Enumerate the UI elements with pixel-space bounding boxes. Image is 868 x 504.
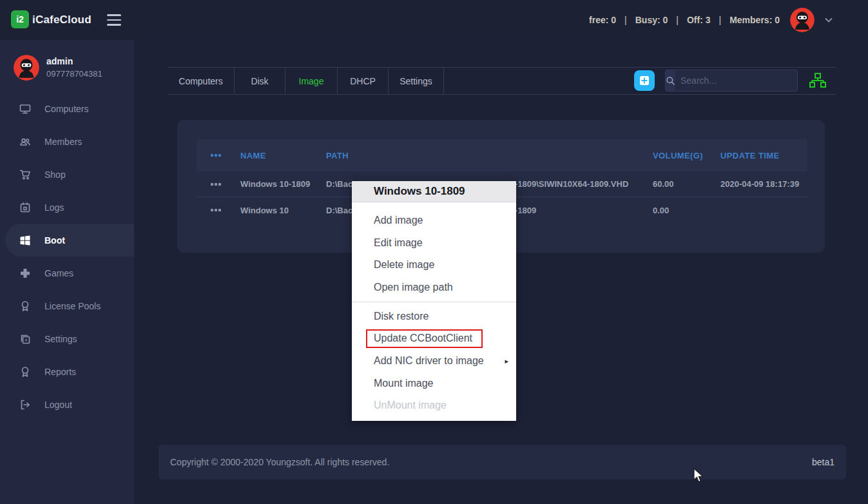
sidebar-item-reports[interactable]: Reports <box>0 355 134 388</box>
tab-settings[interactable]: Settings <box>389 68 444 94</box>
sidebar-item-settings[interactable]: Settings <box>0 322 134 355</box>
sidebar-item-label: Settings <box>44 334 77 344</box>
image-update-time: 2020-04-09 18:17:39 <box>720 171 799 197</box>
column-header-volume: VOLUME(G) <box>653 139 703 171</box>
brand-logo-icon: i2 <box>11 10 29 28</box>
sidebar-item-license-pools[interactable]: License Pools <box>0 289 134 322</box>
chevron-down-icon[interactable] <box>825 17 833 23</box>
status-counters: free: 0 | Busy: 0 | Off: 3 | Members: 0 <box>589 15 780 25</box>
medal-icon <box>19 300 31 312</box>
sidebar-user-avatar[interactable] <box>14 55 39 81</box>
sidebar-item-label: Logout <box>44 400 72 410</box>
sidebar-item-label: Computers <box>44 104 88 114</box>
footer: Copyright © 2000-2020 Youngzsoft. All ri… <box>159 445 846 480</box>
image-path-start: D:\Bac <box>326 197 352 223</box>
image-name: Windows 10 <box>240 197 289 223</box>
user-name: admin <box>46 56 73 66</box>
sidebar-item-boot[interactable]: Boot <box>5 224 134 257</box>
sidebar-item-members[interactable]: Members <box>0 125 134 158</box>
brand-name: iCafeCloud <box>32 0 92 40</box>
menu-divider <box>352 302 516 302</box>
column-header-update-time: UPDATE TIME <box>720 139 780 171</box>
members-icon <box>19 136 31 148</box>
submenu-arrow-icon: ▸ <box>505 357 508 365</box>
search-input[interactable] <box>675 70 802 91</box>
row-actions-icon <box>211 154 221 157</box>
search-icon <box>666 70 675 91</box>
row-actions-icon[interactable] <box>211 183 221 186</box>
highlight-red-box: Update CCBootClient <box>366 329 483 348</box>
menu-item-mount-image[interactable]: Mount image <box>352 373 516 395</box>
sidebar-item-logout[interactable]: Logout <box>0 388 134 421</box>
sidebar-item-label: Members <box>44 137 82 147</box>
sidebar-item-label: Boot <box>44 235 65 246</box>
sidebar-item-label: Shop <box>44 170 66 180</box>
medal-icon <box>19 366 31 378</box>
add-image-button[interactable] <box>634 70 655 91</box>
app-window: i2 iCafeCloud free: 0 | Busy: 0 | Off: 3… <box>0 0 868 504</box>
image-context-menu: Windows 10-1809 Add image Edit image Del… <box>352 181 516 421</box>
cart-icon <box>19 169 31 180</box>
sidebar-item-computers[interactable]: Computers <box>0 92 134 125</box>
menu-item-unmount-image: UnMount image <box>352 394 516 417</box>
network-topology-icon[interactable] <box>809 72 826 89</box>
image-path-start: D:\Bac <box>326 171 352 197</box>
gamepad-icon <box>19 267 31 279</box>
sidebar-item-label: Games <box>44 268 73 278</box>
image-volume: 0.00 <box>653 197 669 223</box>
sidebar-item-games[interactable]: Games <box>0 257 134 289</box>
sidebar-item-label: Logs <box>44 202 64 213</box>
top-bar: i2 iCafeCloud free: 0 | Busy: 0 | Off: 3… <box>0 0 868 40</box>
sidebar: admin 097778704381 Computers Members Sho… <box>0 40 134 504</box>
tab-image[interactable]: Image <box>285 68 338 94</box>
version-label: beta1 <box>812 457 834 467</box>
menu-toggle-button[interactable] <box>107 14 121 26</box>
image-path-end: -1809 <box>515 197 536 223</box>
column-header-name: NAME <box>240 139 266 171</box>
image-volume: 60.00 <box>653 171 674 197</box>
search-box <box>665 70 798 92</box>
tab-computers[interactable]: Computers <box>168 68 235 94</box>
menu-item-add-image[interactable]: Add image <box>352 209 516 232</box>
windows-icon <box>19 235 31 246</box>
copyright-text: Copyright © 2000-2020 Youngzsoft. All ri… <box>170 457 389 467</box>
plus-icon <box>639 75 650 86</box>
menu-item-update-ccbootclient[interactable]: Update CCBootClient <box>352 328 516 351</box>
user-phone: 097778704381 <box>46 69 102 79</box>
menu-item-delete-image[interactable]: Delete image <box>352 254 516 276</box>
sidebar-item-logs[interactable]: Logs <box>0 191 134 224</box>
table-header-row: NAME PATH VOLUME(G) UPDATE TIME <box>197 139 807 171</box>
calendar-icon <box>19 202 31 213</box>
menu-item-open-image-path[interactable]: Open image path <box>352 276 516 299</box>
layers-icon <box>19 333 31 345</box>
sidebar-item-label: License Pools <box>44 301 101 311</box>
menu-item-edit-image[interactable]: Edit image <box>352 232 516 255</box>
image-name: Windows 10-1809 <box>240 171 310 197</box>
sidebar-item-label: Reports <box>44 367 76 377</box>
tab-disk[interactable]: Disk <box>235 68 285 94</box>
monitor-icon <box>19 103 31 115</box>
image-path-end: -1809\SIWIN10X64-1809.VHD <box>515 171 628 197</box>
row-actions-icon[interactable] <box>211 209 221 211</box>
logout-icon <box>19 399 31 411</box>
sidebar-item-shop[interactable]: Shop <box>0 158 134 191</box>
tab-dhcp[interactable]: DHCP <box>338 68 389 94</box>
context-menu-title: Windows 10-1809 <box>352 181 516 202</box>
menu-item-add-nic-driver[interactable]: Add NIC driver to image ▸ <box>352 350 516 373</box>
column-header-path: PATH <box>326 139 349 171</box>
menu-item-disk-restore[interactable]: Disk restore <box>352 305 516 328</box>
user-avatar[interactable] <box>790 8 815 32</box>
